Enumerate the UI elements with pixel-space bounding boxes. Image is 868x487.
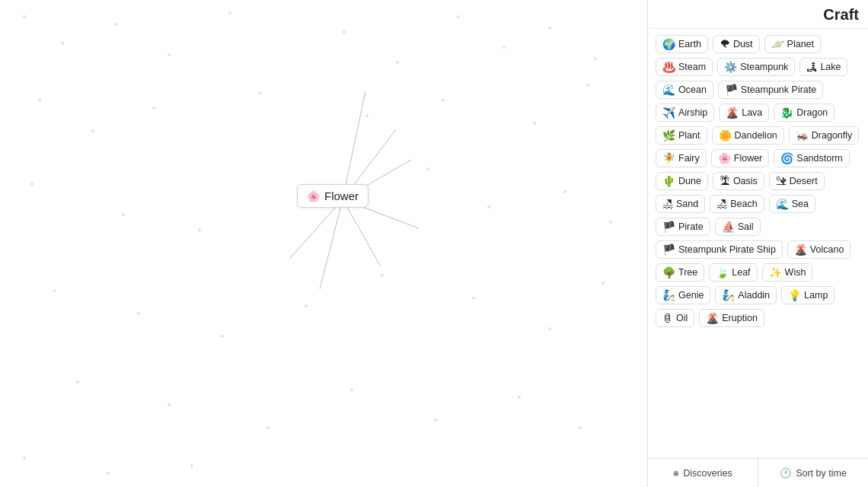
item-label: Wish [785, 267, 806, 278]
item-chip[interactable]: 🏴Steampunk Pirate [718, 81, 823, 99]
item-label: Dragonfly [812, 130, 853, 141]
item-chip[interactable]: 🏞Lake [799, 58, 847, 76]
item-chip[interactable]: 🌳Tree [656, 263, 704, 282]
item-label: Dandelion [735, 130, 777, 141]
item-chip[interactable]: ⛵Sail [715, 218, 761, 236]
item-chip[interactable]: 🧞Aladdin [715, 286, 777, 304]
item-chip[interactable]: 🌪Dust [713, 35, 760, 53]
item-label: Steampunk Pirate Ship [678, 244, 776, 255]
item-chip[interactable]: 🏴Steampunk Pirate Ship [656, 240, 783, 259]
item-icon: 🌀 [780, 153, 793, 164]
item-icon: 🌊 [776, 199, 789, 209]
canvas-area[interactable]: 🌸 Flower [0, 0, 647, 487]
item-icon: 🌋 [726, 107, 739, 118]
item-chip[interactable]: 🌼Dandelion [712, 126, 784, 145]
item-icon: ⚙️ [724, 62, 737, 72]
item-icon: 🌋 [706, 313, 719, 323]
item-icon: ✨ [769, 267, 782, 278]
item-label: Flower [734, 153, 763, 164]
item-chip[interactable]: 🌋Lava [719, 103, 769, 122]
item-icon: 🏜 [776, 176, 787, 186]
discoveries-icon: ⎈ [673, 468, 679, 479]
item-icon: 💡 [788, 290, 801, 301]
item-chip[interactable]: 🌵Dune [656, 172, 708, 190]
item-chip[interactable]: 🐉Dragon [774, 103, 834, 122]
item-icon: ✈️ [662, 107, 675, 118]
item-icon: 🏖 [716, 199, 727, 209]
flower-node-label: Flower [324, 189, 359, 202]
item-chip[interactable]: 🏴Pirate [656, 218, 710, 236]
item-icon: 🛢 [662, 313, 673, 323]
item-chip[interactable]: 🛢Oil [656, 309, 694, 327]
item-chip[interactable]: 🧞Genie [656, 286, 710, 304]
sort-label: Sort by time [796, 468, 847, 479]
item-chip[interactable]: ⚙️Steampunk [717, 58, 795, 76]
item-icon: 🏖 [662, 199, 673, 209]
item-icon: 🪐 [771, 39, 784, 49]
item-icon: 🍃 [716, 267, 729, 278]
item-icon: 🏴 [725, 84, 738, 95]
item-label: Eruption [722, 313, 758, 323]
item-label: Lake [820, 62, 841, 72]
item-chip[interactable]: ✨Wish [762, 263, 813, 282]
item-label: Leaf [732, 267, 750, 278]
item-label: Oil [676, 313, 688, 323]
item-label: Oasis [733, 176, 758, 186]
flower-node[interactable]: 🌸 Flower [297, 184, 369, 208]
item-chip[interactable]: 🌊Ocean [656, 81, 713, 99]
items-grid[interactable]: 🌍Earth🌪Dust🪐Planet♨️Steam⚙️Steampunk🏞Lak… [648, 29, 868, 458]
craft-title: Craft [823, 6, 859, 23]
connection-lines [0, 0, 647, 487]
item-chip[interactable]: 🦗Dragonfly [789, 126, 860, 145]
item-label: Genie [678, 290, 704, 301]
item-chip[interactable]: ♨️Steam [656, 58, 713, 76]
item-chip[interactable]: 💡Lamp [781, 286, 834, 304]
item-label: Aladdin [738, 290, 770, 301]
svg-line-5 [320, 199, 343, 289]
item-chip[interactable]: 🍃Leaf [709, 263, 757, 282]
sort-button[interactable]: 🕐 Sort by time [758, 459, 868, 487]
item-chip[interactable]: 🌸Flower [711, 149, 770, 167]
bottom-bar: ⎈ Discoveries 🕐 Sort by time [648, 458, 868, 487]
item-chip[interactable]: 🏝Oasis [713, 172, 764, 190]
sort-icon: 🕐 [780, 467, 792, 479]
discoveries-button[interactable]: ⎈ Discoveries [648, 459, 758, 487]
item-chip[interactable]: 🏖Beach [710, 195, 764, 213]
item-label: Lamp [804, 290, 828, 301]
item-label: Ocean [678, 84, 707, 95]
item-label: Steam [678, 62, 706, 72]
item-icon: 🌊 [662, 84, 675, 95]
item-chip[interactable]: 🏜Desert [769, 172, 825, 190]
item-icon: 🌵 [662, 176, 675, 186]
item-label: Sail [738, 221, 754, 232]
svg-line-0 [343, 91, 365, 199]
item-chip[interactable]: 🪐Planet [764, 35, 821, 53]
craft-header: Craft [648, 0, 868, 29]
item-label: Fairy [678, 153, 700, 164]
item-chip[interactable]: 🌍Earth [656, 35, 708, 53]
item-label: Airship [678, 107, 707, 118]
item-label: Steampunk [740, 62, 788, 72]
item-chip[interactable]: ✈️Airship [656, 103, 714, 122]
item-label: Sand [676, 199, 698, 209]
item-chip[interactable]: 🌿Plant [656, 126, 707, 145]
item-label: Volcano [810, 244, 844, 255]
item-chip[interactable]: 🌀Sandstorm [774, 149, 849, 167]
item-chip[interactable]: 🏖Sand [656, 195, 705, 213]
item-label: Dragon [796, 107, 828, 118]
item-icon: ⛵ [722, 221, 735, 232]
flower-node-icon: 🌸 [307, 191, 320, 202]
svg-line-4 [343, 199, 381, 266]
item-chip[interactable]: 🌋Eruption [699, 309, 764, 327]
item-chip[interactable]: 🌊Sea [769, 195, 815, 213]
item-label: Sandstorm [796, 153, 842, 164]
svg-line-6 [289, 199, 343, 259]
item-chip[interactable]: 🌋Volcano [787, 240, 850, 259]
item-icon: 🦗 [796, 130, 809, 141]
item-label: Lava [742, 107, 762, 118]
item-icon: 🌋 [794, 244, 807, 255]
item-chip[interactable]: 🧚Fairy [656, 149, 707, 167]
item-label: Pirate [678, 221, 704, 232]
item-icon: 🌍 [662, 39, 675, 49]
item-label: Plant [678, 130, 700, 141]
